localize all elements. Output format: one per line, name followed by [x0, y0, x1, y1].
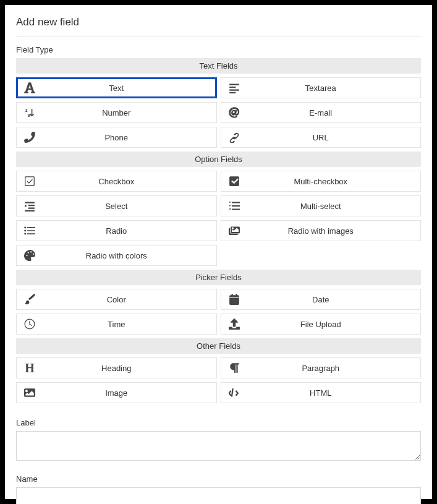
at-icon [227, 106, 241, 119]
field-label: Time [108, 320, 125, 329]
name-input[interactable] [16, 487, 421, 504]
field-checkbox[interactable]: Checkbox [16, 171, 217, 192]
field-number[interactable]: 19 Number [16, 102, 217, 123]
group-option: Checkbox Multi-checkbox Select Multi-sel… [16, 167, 421, 270]
field-label: E-mail [309, 108, 332, 117]
list-check-icon [227, 199, 241, 213]
label-field-label: Label [16, 418, 421, 427]
field-heading[interactable]: H Heading [16, 357, 217, 378]
field-image[interactable]: Image [16, 382, 217, 403]
field-label: Checkbox [98, 177, 134, 186]
field-label: Multi-select [300, 202, 341, 211]
field-file-upload[interactable]: File Upload [221, 314, 422, 335]
field-radio-colors[interactable]: Radio with colors [16, 245, 217, 266]
svg-text:9: 9 [27, 113, 30, 118]
field-label: Text [109, 83, 124, 93]
field-html[interactable]: HTML [221, 382, 422, 403]
group-header-text: Text Fields [16, 58, 421, 74]
sort-numeric-icon: 19 [23, 106, 36, 119]
field-label: Heading [101, 364, 131, 373]
field-multi-select[interactable]: Multi-select [221, 195, 422, 216]
field-label: Color [107, 295, 126, 304]
group-other: H Heading Paragraph Image HTML [16, 354, 421, 407]
name-field-label: Name [16, 474, 421, 484]
field-label: Textarea [305, 83, 336, 93]
phone-icon [23, 130, 36, 144]
upload-icon [227, 317, 241, 331]
field-date[interactable]: Date [221, 289, 422, 310]
field-label: Paragraph [302, 364, 339, 373]
code-icon [227, 386, 241, 399]
group-text: Text Textarea 19 Number E-mail Phone [16, 74, 421, 152]
field-label: Date [312, 295, 329, 304]
field-phone[interactable]: Phone [16, 127, 217, 148]
clock-icon [23, 317, 36, 331]
palette-icon [23, 249, 36, 262]
panel-title: Add new field [16, 16, 421, 28]
field-label: File Upload [300, 320, 341, 329]
field-select[interactable]: Select [16, 195, 217, 216]
add-field-panel: Add new field Field Type Text Fields Tex… [5, 5, 432, 499]
field-radio[interactable]: Radio [16, 220, 217, 241]
paintbrush-icon [23, 293, 36, 306]
image-icon [23, 386, 36, 399]
field-label: Number [102, 108, 130, 117]
svg-point-3 [24, 226, 26, 228]
field-label: Radio with images [288, 226, 354, 236]
field-label: Image [105, 388, 127, 398]
check-square-filled-icon [227, 174, 241, 188]
align-left-icon [227, 81, 241, 95]
link-icon [227, 130, 241, 144]
svg-point-5 [24, 233, 26, 235]
group-header-other: Other Fields [16, 338, 421, 354]
field-label: Phone [104, 133, 128, 142]
field-color[interactable]: Color [16, 289, 217, 310]
field-label: URL [313, 133, 329, 142]
field-radio-images[interactable]: Radio with images [221, 220, 422, 241]
field-url[interactable]: URL [221, 127, 422, 148]
check-square-icon [23, 174, 36, 188]
field-label: Radio with colors [86, 251, 147, 260]
calendar-icon [227, 293, 241, 306]
field-text[interactable]: Text [16, 77, 217, 98]
paragraph-icon [227, 361, 241, 375]
svg-point-4 [24, 230, 26, 232]
field-label: Radio [106, 226, 127, 236]
heading-icon: H [23, 361, 36, 375]
field-textarea[interactable]: Textarea [221, 77, 422, 98]
font-icon [23, 81, 36, 95]
indent-icon [23, 199, 36, 213]
field-email[interactable]: E-mail [221, 102, 422, 123]
group-picker: Color Date Time File Upload [16, 285, 421, 338]
field-label: HTML [310, 388, 331, 398]
field-time[interactable]: Time [16, 314, 217, 335]
group-header-option: Option Fields [16, 152, 421, 167]
list-ul-icon [23, 224, 36, 237]
divider [16, 36, 421, 36]
field-paragraph[interactable]: Paragraph [221, 357, 422, 378]
group-header-picker: Picker Fields [16, 270, 421, 285]
field-multi-checkbox[interactable]: Multi-checkbox [221, 171, 422, 192]
images-icon [227, 224, 241, 237]
field-type-label: Field Type [16, 45, 421, 54]
label-input[interactable] [16, 431, 421, 461]
svg-rect-2 [25, 177, 34, 186]
field-label: Select [105, 202, 127, 211]
field-label: Multi-checkbox [294, 177, 347, 186]
